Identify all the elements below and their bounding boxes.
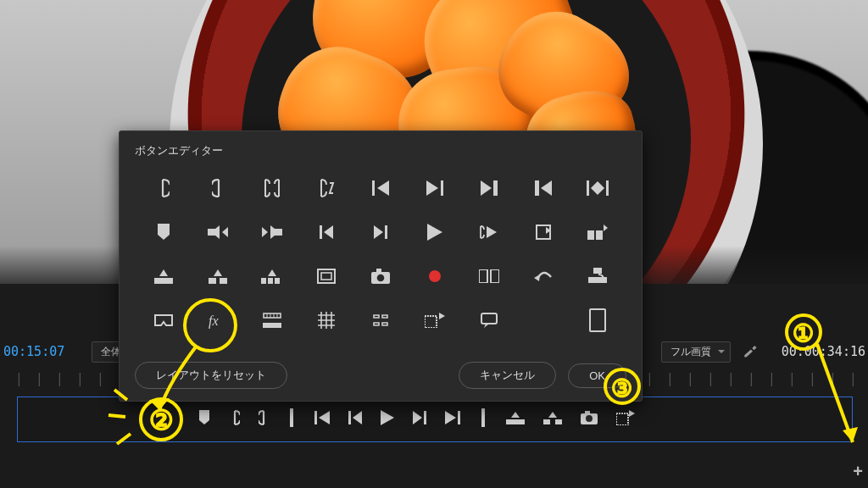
overwrite-icon[interactable] [193,257,242,296]
svg-rect-42 [425,316,437,328]
svg-rect-6 [506,419,525,424]
lift-button[interactable] [506,411,525,428]
play-icon[interactable] [410,213,459,252]
prev-edit-icon[interactable] [519,169,568,208]
svg-rect-2 [348,411,351,424]
insert-icon[interactable] [139,257,188,296]
safe-box-icon[interactable] [573,301,622,340]
transport-bar[interactable] [17,396,853,442]
button-grid: fx [135,169,626,340]
extract-button[interactable] [543,411,562,428]
undo-icon[interactable] [519,257,568,296]
go-to-out-button[interactable] [445,411,460,428]
next-marker-icon[interactable] [193,213,242,252]
mark-link-icon[interactable] [302,169,351,208]
svg-rect-11 [585,411,590,414]
button-editor-plus-button[interactable]: + [853,462,863,481]
svg-rect-16 [535,180,539,196]
svg-rect-34 [376,269,381,273]
safe-margins-icon[interactable] [302,257,351,296]
timecode-out[interactable]: 00:00:34:16 [782,344,865,359]
svg-rect-24 [154,278,173,284]
transport-buttons [198,409,757,430]
crop-icon[interactable] [356,301,405,340]
divider-icon [287,408,296,430]
svg-rect-43 [481,313,497,324]
svg-rect-15 [493,180,498,196]
mark-out-icon[interactable] [193,169,242,208]
svg-point-33 [377,274,385,282]
svg-rect-30 [318,269,335,283]
popover-title: ボタンエディター [135,143,626,158]
record-icon[interactable] [410,257,459,296]
vr-icon[interactable] [139,301,188,340]
lift-icon2[interactable] [519,213,568,252]
go-to-in-button[interactable] [314,411,330,428]
mark-in-icon[interactable] [139,169,188,208]
mark-clip-icon[interactable] [248,169,297,208]
svg-rect-40 [264,313,281,318]
svg-rect-28 [268,278,273,284]
timecode-in[interactable]: 00:15:07 [3,344,64,359]
go-to-out-icon[interactable] [410,169,459,208]
cancel-button[interactable]: キャンセル [459,362,556,389]
svg-point-10 [586,415,593,422]
step-back-icon[interactable] [302,213,351,252]
step-back-button[interactable] [348,411,362,428]
grid-icon[interactable] [302,301,351,340]
add-marker-button[interactable] [198,410,211,429]
svg-rect-38 [593,268,602,274]
svg-rect-41 [263,323,281,328]
mark-out-button[interactable] [259,409,269,430]
export-frame-button[interactable] [616,410,635,429]
reset-layout-button[interactable]: レイアウトをリセット [135,362,287,389]
comment-icon[interactable] [465,301,514,340]
step-fwd-icon[interactable] [356,213,405,252]
svg-rect-19 [320,225,322,239]
next-edit-icon[interactable] [465,169,514,208]
svg-rect-13 [372,180,375,196]
svg-rect-3 [424,411,426,424]
export-icon[interactable] [573,213,622,252]
play-button[interactable] [381,410,394,429]
svg-rect-36 [491,269,499,283]
svg-rect-31 [321,273,331,280]
camera-icon[interactable] [356,257,405,296]
svg-rect-18 [606,180,609,196]
marker-icon[interactable] [139,213,188,252]
multi-insert-icon[interactable] [248,257,297,296]
svg-rect-7 [543,419,550,424]
svg-rect-5 [481,408,485,427]
svg-rect-14 [441,180,443,196]
svg-rect-4 [458,411,460,424]
svg-text:fx: fx [209,313,219,329]
empty-slot [519,301,568,340]
mark-in-button[interactable] [230,409,240,430]
in-out-jump-icon[interactable] [573,169,622,208]
svg-rect-27 [261,278,266,284]
svg-rect-1 [314,411,317,424]
settings-wrench-icon[interactable] [743,343,758,361]
svg-rect-17 [587,180,589,196]
ok-button[interactable]: OK [568,363,626,388]
svg-rect-29 [275,278,280,284]
play-in-out-icon[interactable] [465,213,514,252]
step-fwd-button[interactable] [413,411,426,428]
go-to-in-icon[interactable] [356,169,405,208]
svg-rect-22 [587,230,594,240]
prev-marker-icon[interactable] [248,213,297,252]
ripple-icon[interactable] [573,257,622,296]
svg-rect-12 [616,413,628,425]
fx-icon[interactable]: fx [193,301,242,340]
add-marker2-icon[interactable] [410,301,459,340]
svg-rect-25 [209,278,216,284]
compare-icon[interactable] [465,257,514,296]
svg-rect-0 [290,408,293,427]
svg-rect-23 [596,230,603,240]
ruler-icon[interactable] [248,301,297,340]
svg-rect-26 [220,278,227,284]
playback-quality-dropdown[interactable]: フル画質 [661,341,731,363]
button-editor-popover: ボタンエディター [119,130,643,402]
camera-button[interactable] [581,411,598,428]
svg-rect-8 [555,419,562,424]
